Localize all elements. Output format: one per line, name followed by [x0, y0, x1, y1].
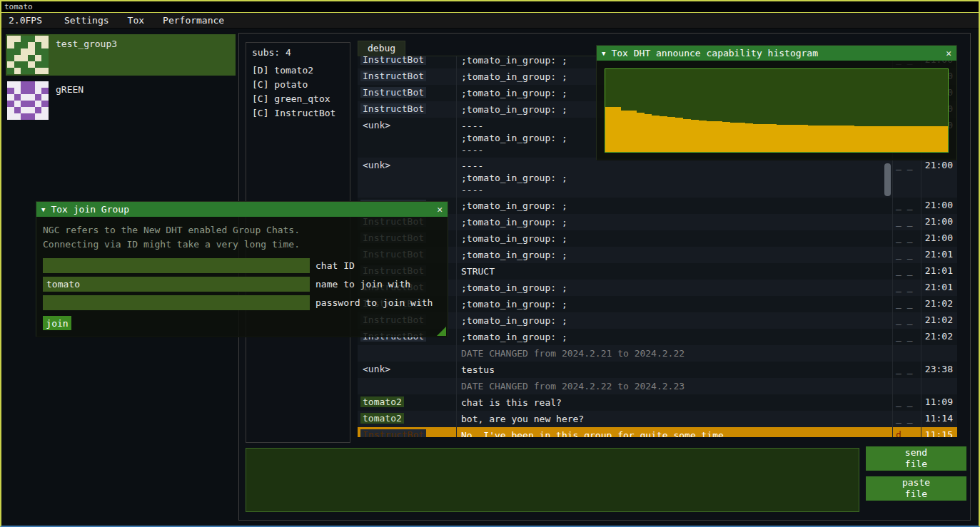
- window-titlebar[interactable]: tomato: [1, 1, 979, 13]
- message-flags: _ _: [893, 312, 921, 329]
- message-text: DATE CHANGED from 2024.2.21 to 2024.2.22: [457, 345, 893, 362]
- histogram-titlebar[interactable]: ▼ Tox DHT announce capability histogram …: [597, 46, 956, 61]
- message-flags: _ _: [893, 411, 921, 427]
- join-password-input[interactable]: [43, 295, 310, 310]
- histogram-bar: [745, 123, 753, 152]
- contact-avatar: [7, 81, 49, 120]
- message-flags: _ _: [893, 158, 921, 198]
- contact-item-test_group3[interactable]: test_group3: [6, 34, 236, 76]
- message-time: 11:15: [921, 427, 957, 437]
- join-name-input[interactable]: [43, 277, 310, 292]
- menu-bar: 2.0FPS SettingsToxPerformance: [1, 13, 979, 29]
- join-fields: chat ID name to join with password to jo…: [43, 258, 441, 310]
- histogram-bar: [870, 126, 878, 152]
- histogram-bar: [831, 126, 839, 152]
- message-text: STRUCT: [457, 263, 893, 280]
- message-time: 21:00: [921, 158, 957, 198]
- subs-item[interactable]: [D] tomato2: [246, 63, 350, 78]
- message-flags: _ _: [893, 230, 921, 247]
- histogram-bar: [761, 124, 769, 152]
- fps-counter: 2.0FPS: [1, 15, 49, 26]
- paste-file-button[interactable]: paste file: [866, 476, 966, 501]
- histogram-bar: [613, 107, 621, 152]
- message-flags: _ _: [893, 214, 921, 230]
- message-text: bot, are you new here?: [457, 411, 893, 427]
- message-time: [921, 378, 957, 394]
- message-time: 21:00: [921, 198, 957, 214]
- message-row[interactable]: <unk>---- ;tomato_in_group: ; ----_ _21:…: [358, 158, 957, 198]
- message-flags: [893, 345, 921, 362]
- message-text: ;tomato_in_group: ;: [457, 198, 893, 214]
- tab-debug[interactable]: debug: [358, 41, 405, 56]
- message-time: 11:14: [921, 411, 957, 427]
- histogram-bar: [878, 126, 886, 152]
- histogram-bar: [605, 107, 613, 152]
- message-author: [358, 345, 457, 362]
- message-author: InstructBot: [358, 68, 457, 85]
- histogram-body: [597, 61, 956, 160]
- histogram-bar: [815, 126, 823, 152]
- message-text: ;tomato_in_group: ;: [457, 312, 893, 329]
- message-text: ;tomato_in_group: ;: [457, 214, 893, 230]
- menu-item-tox[interactable]: Tox: [118, 13, 153, 29]
- scrollbar-thumb[interactable]: [884, 163, 891, 196]
- join-info-line-2: Connecting via ID might take a very long…: [43, 237, 441, 252]
- close-icon[interactable]: ✕: [946, 48, 951, 58]
- subs-items: [D] tomato2[C] potato[C] green_qtox[C] I…: [246, 63, 350, 121]
- menu-item-settings[interactable]: Settings: [55, 13, 118, 29]
- message-row[interactable]: InstructBotNo, I've been in this group f…: [358, 427, 957, 437]
- histogram-bar: [667, 117, 675, 152]
- contact-name: test_group3: [56, 39, 117, 74]
- join-info-line-1: NGC refers to the New DHT enabled Group …: [43, 223, 441, 237]
- subs-item[interactable]: [C] InstructBot: [246, 106, 350, 121]
- send-file-button[interactable]: send file: [866, 446, 966, 471]
- system-row[interactable]: DATE CHANGED from 2024.2.21 to 2024.2.22: [358, 345, 957, 362]
- contact-item-gREEN[interactable]: gREEN: [6, 80, 236, 121]
- message-text: ;tomato_in_group: ;: [457, 296, 893, 312]
- contact-avatar: [7, 36, 49, 74]
- join-group-titlebar[interactable]: ▼ Tox join Group ✕: [36, 202, 448, 217]
- message-text: No, I've been in this group for quite so…: [457, 427, 893, 437]
- message-author: InstructBot: [358, 427, 457, 437]
- join-button[interactable]: join: [43, 316, 71, 330]
- message-row[interactable]: tomato2chat is this real?_ _11:09: [358, 394, 957, 411]
- message-time: 21:02: [921, 329, 957, 345]
- message-author: tomato2: [358, 411, 457, 427]
- histogram-bar: [847, 126, 854, 152]
- message-row[interactable]: <unk>testus_ _23:38: [358, 362, 957, 378]
- histogram-bar: [808, 126, 816, 152]
- histogram-bar: [660, 116, 667, 152]
- join-group-window: ▼ Tox join Group ✕ NGC refers to the New…: [36, 201, 448, 337]
- contact-list: test_group3gREEN: [6, 34, 236, 126]
- histogram-bar: [792, 125, 800, 152]
- resize-grip[interactable]: [437, 327, 446, 336]
- message-text: ;tomato_in_group: ;: [457, 230, 893, 247]
- message-time: 21:00: [921, 230, 957, 247]
- chat-id-input[interactable]: [43, 258, 310, 273]
- message-author: <unk>: [358, 158, 457, 198]
- message-flags: [893, 378, 921, 394]
- histogram-bar: [714, 121, 722, 152]
- system-row[interactable]: DATE CHANGED from 2024.2.22 to 2024.2.23: [358, 378, 957, 394]
- message-flags: _ _: [893, 247, 921, 263]
- chat-id-label: chat ID: [315, 260, 355, 271]
- message-text: ;tomato_in_group: ;: [457, 280, 893, 296]
- subs-item[interactable]: [C] green_qtox: [246, 92, 350, 106]
- message-author: <unk>: [358, 118, 457, 158]
- subs-item[interactable]: [C] potato: [246, 78, 350, 92]
- menu-items: SettingsToxPerformance: [55, 13, 233, 29]
- histogram-bar: [894, 126, 901, 152]
- collapse-icon[interactable]: ▼: [41, 206, 45, 213]
- app-root: tomato 2.0FPS SettingsToxPerformance tes…: [0, 0, 980, 527]
- message-time: 21:01: [921, 247, 957, 263]
- histogram-bar: [722, 122, 730, 152]
- message-input[interactable]: [246, 448, 859, 512]
- close-icon[interactable]: ✕: [437, 204, 443, 215]
- join-password-label: password to join with: [315, 297, 433, 308]
- message-row[interactable]: tomato2bot, are you new here?_ _11:14: [358, 411, 957, 427]
- menu-item-performance[interactable]: Performance: [153, 13, 233, 29]
- histogram-bar: [777, 125, 784, 152]
- contact-name: gREEN: [56, 84, 84, 120]
- collapse-icon[interactable]: ▼: [602, 50, 605, 57]
- histogram-bar: [839, 126, 847, 152]
